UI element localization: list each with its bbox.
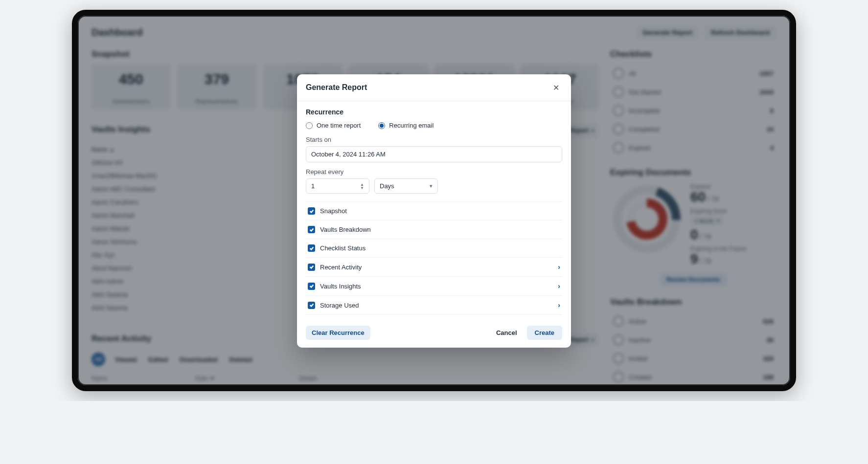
report-section-row[interactable]: Snapshot <box>306 202 562 221</box>
modal-overlay: Generate Report ✕ Recurrence One time re… <box>78 16 790 385</box>
modal-title: Generate Report <box>306 83 367 92</box>
recurrence-label: Recurrence <box>306 108 562 116</box>
report-section-row[interactable]: Storage Used› <box>306 296 562 315</box>
generate-report-modal: Generate Report ✕ Recurrence One time re… <box>297 74 571 348</box>
report-section-row[interactable]: Checklist Status <box>306 239 562 258</box>
checkbox-checked-icon[interactable] <box>308 244 315 252</box>
chevron-right-icon[interactable]: › <box>558 263 560 271</box>
checkbox-checked-icon[interactable] <box>308 283 315 290</box>
create-button[interactable]: Create <box>527 326 562 340</box>
repeat-unit-select[interactable]: Days▾ <box>374 178 438 194</box>
stepper-icon[interactable]: ▲▼ <box>360 183 364 190</box>
chevron-down-icon: ▾ <box>430 183 433 189</box>
recurring-email-radio[interactable]: Recurring email <box>378 122 434 129</box>
report-section-row[interactable]: Vaults Insights› <box>306 277 562 296</box>
close-icon[interactable]: ✕ <box>549 81 562 94</box>
starts-on-input[interactable] <box>306 146 562 162</box>
checkbox-checked-icon[interactable] <box>308 264 315 271</box>
repeat-number-input[interactable]: 1 ▲▼ <box>306 178 369 194</box>
one-time-radio[interactable]: One time report <box>306 122 361 129</box>
starts-on-label: Starts on <box>306 136 562 143</box>
chevron-right-icon[interactable]: › <box>558 282 560 290</box>
clear-recurrence-button[interactable]: Clear Recurrence <box>306 326 370 340</box>
chevron-right-icon[interactable]: › <box>558 301 560 309</box>
checkbox-checked-icon[interactable] <box>308 302 315 309</box>
checkbox-checked-icon[interactable] <box>308 207 315 215</box>
checkbox-checked-icon[interactable] <box>308 226 315 233</box>
report-sections-list: SnapshotVaults BreakdownChecklist Status… <box>306 201 562 315</box>
report-section-row[interactable]: Vaults Breakdown <box>306 221 562 239</box>
cancel-button[interactable]: Cancel <box>492 326 521 340</box>
repeat-every-label: Repeat every <box>306 168 562 176</box>
report-section-row[interactable]: Recent Activity› <box>306 258 562 277</box>
